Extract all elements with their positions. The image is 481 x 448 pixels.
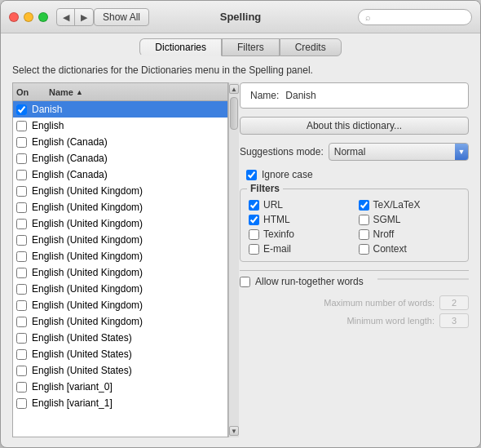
filter-checkbox-tex[interactable]	[359, 200, 369, 211]
dict-item-checkbox[interactable]	[16, 202, 27, 213]
dict-item-checkbox[interactable]	[16, 170, 27, 180]
minimize-button[interactable]	[24, 12, 33, 22]
dict-list-item[interactable]: English (United Kingdom)	[13, 264, 227, 281]
right-panel: Name: Danish About this dictionary... Su…	[240, 82, 469, 437]
search-input[interactable]	[374, 11, 465, 23]
filter-item: Texinfo	[249, 228, 351, 240]
filter-label-nroff: Nroff	[373, 228, 395, 240]
ignore-case-checkbox[interactable]	[246, 170, 257, 180]
filter-checkbox-html[interactable]	[249, 215, 259, 225]
dict-item-name: English (United Kingdom)	[32, 251, 143, 262]
dict-item-checkbox[interactable]	[16, 333, 27, 344]
filter-item: Nroff	[359, 228, 461, 240]
dict-list-item[interactable]: English (Canada)	[13, 166, 227, 183]
dict-list-item[interactable]: English (United States)	[13, 362, 227, 379]
description-text: Select the dictionaries for the Dictiona…	[12, 64, 469, 76]
dict-item-checkbox[interactable]	[16, 153, 27, 164]
filter-label-email: E-mail	[263, 243, 291, 255]
back-button[interactable]: ◀	[57, 9, 75, 26]
suggestions-mode-select[interactable]: Normal ▼	[329, 143, 469, 161]
search-box: ⌕	[358, 9, 472, 25]
dict-item-checkbox[interactable]	[16, 268, 27, 278]
filter-label-sgml: SGML	[373, 214, 401, 225]
dict-list-item[interactable]: English (United Kingdom)	[13, 199, 227, 215]
dict-item-checkbox[interactable]	[16, 235, 27, 246]
dict-item-checkbox[interactable]	[16, 251, 27, 262]
filters-group: Filters URLTeX/LaTeXHTMLSGMLTexinfoNroff…	[240, 189, 469, 262]
filter-item: HTML	[249, 214, 351, 225]
tab-dictionaries[interactable]: Dictionaries	[139, 38, 222, 56]
filter-checkbox-nroff[interactable]	[359, 229, 369, 240]
dict-item-checkbox[interactable]	[16, 186, 27, 197]
filter-checkbox-context[interactable]	[359, 244, 369, 255]
suggestions-mode-value: Normal	[334, 146, 366, 157]
dict-list-item[interactable]: English (Canada)	[13, 150, 227, 166]
dict-item-checkbox[interactable]	[16, 317, 27, 327]
dict-item-checkbox[interactable]	[16, 284, 27, 295]
dict-list-container: On Name ▲ DanishEnglishEnglish (Canada)E…	[12, 82, 228, 437]
tab-filters[interactable]: Filters	[222, 38, 280, 56]
filter-checkbox-texinfo[interactable]	[249, 229, 259, 240]
scroll-down-button[interactable]: ▼	[229, 426, 239, 436]
dict-list-item[interactable]: English (United States)	[13, 346, 227, 362]
tabbar: Dictionaries Filters Credits	[1, 33, 480, 56]
allow-run-together-checkbox[interactable]	[240, 277, 250, 287]
dict-list-item[interactable]: English (United Kingdom)	[13, 232, 227, 248]
dict-list-item[interactable]: English (United States)	[13, 330, 227, 346]
dict-item-name: English [variant_0]	[32, 381, 113, 393]
about-dictionary-button[interactable]: About this dictionary...	[240, 117, 469, 135]
ignore-case-label: Ignore case	[262, 169, 313, 180]
sort-icon: ▲	[76, 88, 83, 96]
window-title: Spelling	[220, 11, 262, 23]
scroll-track	[229, 95, 239, 424]
dict-item-checkbox[interactable]	[16, 382, 27, 393]
dict-list-item[interactable]: English (United Kingdom)	[13, 248, 227, 264]
dict-list-item[interactable]: English (United Kingdom)	[13, 297, 227, 313]
dict-list-item[interactable]: English [variant_1]	[13, 395, 227, 411]
dict-list-item[interactable]: English (United Kingdom)	[13, 281, 227, 297]
dict-item-checkbox[interactable]	[16, 104, 27, 115]
dict-item-checkbox[interactable]	[16, 137, 27, 148]
filter-checkbox-sgml[interactable]	[359, 215, 369, 225]
suggestions-mode-label: Suggestions mode:	[240, 146, 324, 157]
filter-item: E-mail	[249, 243, 351, 255]
dict-item-checkbox[interactable]	[16, 121, 27, 131]
dict-list-item[interactable]: English (United Kingdom)	[13, 215, 227, 232]
dict-item-name: English (United Kingdom)	[32, 202, 143, 213]
dict-list-item[interactable]: English [variant_0]	[13, 379, 227, 395]
scroll-thumb[interactable]	[230, 97, 238, 130]
dict-panel: On Name ▲ DanishEnglishEnglish (Canada)E…	[12, 82, 228, 437]
dict-item-name: English (United States)	[32, 365, 132, 376]
dict-list-item[interactable]: English (United Kingdom)	[13, 313, 227, 330]
name-value: Danish	[285, 90, 458, 101]
scrollbar: ▲ ▼	[228, 82, 239, 437]
min-length-input	[439, 313, 469, 328]
dict-item-checkbox[interactable]	[16, 219, 27, 229]
dict-item-name: English (United States)	[32, 332, 132, 344]
dict-item-name: English (Canada)	[32, 169, 108, 180]
dict-list-item[interactable]: Danish	[13, 101, 227, 118]
dict-list-item[interactable]: English (United Kingdom)	[13, 183, 227, 199]
dict-item-name: English (United Kingdom)	[32, 267, 143, 278]
min-length-row: Minimum word length:	[243, 313, 469, 328]
forward-button[interactable]: ▶	[75, 9, 93, 26]
maximize-button[interactable]	[38, 12, 48, 22]
filter-checkbox-url[interactable]	[249, 200, 259, 211]
dict-item-checkbox[interactable]	[16, 300, 27, 311]
filter-label-tex: TeX/LaTeX	[373, 199, 421, 211]
allow-run-together-row: Allow run-together words	[240, 270, 469, 287]
tab-credits[interactable]: Credits	[280, 38, 342, 56]
dict-list-item[interactable]: English (Canada)	[13, 134, 227, 150]
dict-item-checkbox[interactable]	[16, 349, 27, 360]
min-length-label: Minimum word length:	[243, 316, 435, 326]
dict-list-item[interactable]: English	[13, 118, 227, 134]
filter-item: URL	[249, 199, 351, 211]
scroll-up-button[interactable]: ▲	[229, 84, 239, 94]
col-name-header: Name ▲	[49, 87, 224, 97]
close-button[interactable]	[9, 12, 19, 22]
show-all-button[interactable]: Show All	[94, 8, 149, 26]
filter-label-context: Context	[373, 243, 407, 255]
dict-item-checkbox[interactable]	[16, 366, 27, 376]
filter-checkbox-email[interactable]	[249, 244, 259, 255]
dict-item-checkbox[interactable]	[16, 398, 27, 409]
